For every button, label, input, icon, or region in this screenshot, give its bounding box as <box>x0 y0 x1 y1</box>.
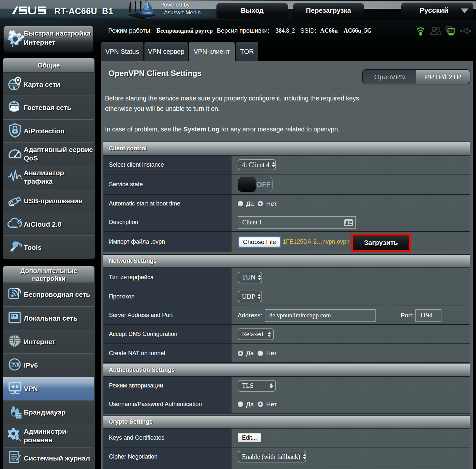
svg-text:IPV6: IPV6 <box>10 362 19 367</box>
